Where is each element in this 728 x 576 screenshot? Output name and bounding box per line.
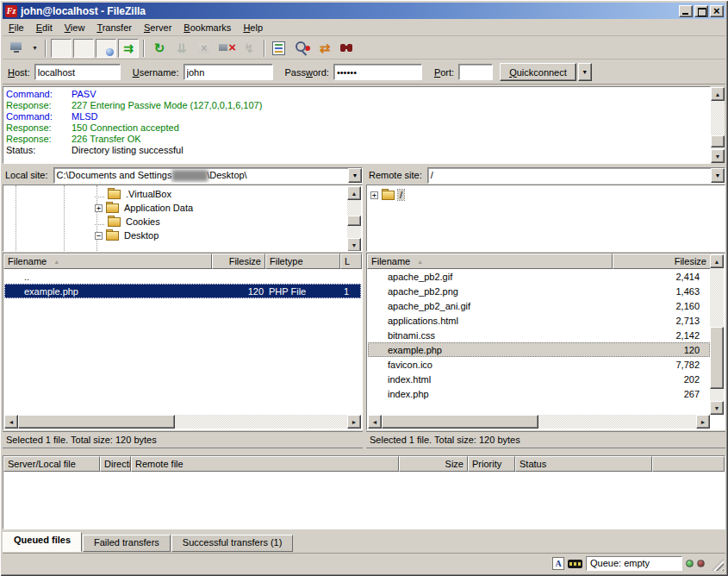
scrollbar-thumb[interactable] [711, 135, 725, 147]
log-scrollbar[interactable]: ▲ ▼ [711, 87, 725, 163]
scrollbar-thumb[interactable] [347, 216, 361, 226]
combo-dropdown-icon[interactable]: ▼ [711, 168, 725, 183]
file-icon [7, 271, 22, 283]
tree-expander-icon[interactable]: − [95, 232, 103, 240]
password-input[interactable] [333, 64, 422, 80]
sync-browsing-icon[interactable] [314, 39, 335, 58]
scroll-up-icon[interactable]: ▲ [710, 254, 724, 268]
title-bar[interactable]: Fz john@localhost - FileZilla [3, 3, 725, 19]
column-header-status[interactable]: Status [515, 456, 652, 472]
column-header-filesize[interactable]: Filesize [613, 254, 711, 269]
resize-grip[interactable] [712, 559, 724, 571]
tree-expander-icon[interactable] [95, 191, 104, 197]
toggle-message-log-icon[interactable] [51, 39, 72, 58]
file-row[interactable]: bitnami.css 2,142 [368, 328, 710, 342]
column-header-server-local-file[interactable]: Server/Local file [3, 456, 100, 472]
refresh-icon[interactable] [149, 39, 170, 58]
tree-item[interactable]: Cookies [3, 215, 362, 229]
file-row[interactable]: index.html 202 [368, 372, 710, 386]
tree-item[interactable]: − Desktop [3, 229, 362, 242]
find-icon[interactable] [337, 39, 358, 58]
menu-item[interactable]: View [59, 21, 91, 34]
scroll-right-icon[interactable]: ► [347, 415, 361, 429]
menu-item[interactable]: Server [138, 21, 177, 34]
local-directory-tree: .VirtualBox + Application Data Cookies − [3, 185, 363, 252]
site-manager-icon[interactable] [7, 39, 28, 58]
file-row[interactable]: apache_pb2_ani.gif 2,160 [368, 298, 710, 313]
file-row[interactable]: example.php 120 PHP File 1 [4, 284, 361, 298]
file-row[interactable]: apache_pb2.png 1,463 [368, 284, 710, 298]
local-list-body: .. example.php 120 PHP File 1 [4, 269, 361, 415]
process-queue-icon[interactable] [171, 39, 192, 58]
menu-item[interactable]: File [3, 21, 30, 34]
remote-site-combobox[interactable]: / ▼ [427, 167, 725, 184]
scroll-down-icon[interactable]: ▼ [347, 238, 361, 252]
scroll-down-icon[interactable]: ▼ [710, 401, 724, 415]
scrollbar-thumb[interactable] [710, 327, 724, 389]
column-header-size[interactable]: Size [399, 456, 468, 472]
toolbar-separator [143, 40, 145, 57]
toggle-transfer-queue-icon[interactable] [118, 39, 139, 58]
tree-item[interactable]: + Application Data [3, 201, 362, 215]
maximize-icon[interactable] [694, 5, 708, 17]
menu-item[interactable]: Transfer [90, 21, 138, 34]
column-header-lastmodified[interactable]: L [340, 254, 362, 269]
led-red-icon [697, 560, 705, 567]
column-header-filename[interactable]: Filename▲ [3, 254, 212, 269]
quickconnect-dropdown-icon[interactable]: ▼ [578, 63, 592, 81]
file-row[interactable]: favicon.ico 7,782 [368, 357, 710, 372]
username-input[interactable] [184, 64, 273, 80]
column-header-direction[interactable]: Directi... [100, 456, 131, 472]
file-row[interactable]: index.php 267 [368, 386, 710, 401]
scrollbar-thumb[interactable] [18, 415, 175, 429]
scroll-up-icon[interactable]: ▲ [711, 87, 725, 101]
column-header-filesize[interactable]: Filesize [212, 254, 265, 269]
scroll-left-icon[interactable]: ◄ [368, 415, 382, 429]
queue-tab[interactable]: Failed transfers [83, 535, 171, 552]
column-header-priority[interactable]: Priority [468, 456, 515, 472]
menu-item[interactable]: Bookmarks [177, 21, 237, 34]
tree-item[interactable]: + / [367, 188, 725, 202]
quickconnect-button[interactable]: Quickconnect [500, 63, 576, 81]
log-line: Response: 150 Connection accepted [6, 122, 710, 134]
column-header-filetype[interactable]: Filetype [265, 254, 340, 269]
remote-horizontal-scrollbar[interactable]: ◄ ► [368, 415, 710, 429]
file-row[interactable]: apache_pb2.gif 2,414 [368, 269, 710, 284]
toggle-remote-tree-icon[interactable] [96, 39, 116, 58]
column-header-filename[interactable]: Filename▲ [367, 254, 613, 269]
tree-expander-icon[interactable] [95, 218, 104, 225]
cancel-icon[interactable] [194, 39, 215, 58]
file-row[interactable]: applications.html 2,713 [368, 313, 710, 328]
scroll-right-icon[interactable]: ► [696, 415, 710, 429]
column-header-remote-file[interactable]: Remote file [131, 456, 399, 472]
menu-item[interactable]: Help [237, 21, 269, 34]
local-horizontal-scrollbar[interactable]: ◄ ► [4, 415, 361, 429]
host-input[interactable] [34, 64, 121, 80]
site-manager-dropdown-icon[interactable] [29, 39, 40, 58]
combo-dropdown-icon[interactable]: ▼ [348, 168, 362, 183]
queue-tab[interactable]: Queued files [3, 532, 82, 552]
queue-tab[interactable]: Successful transfers (1) [171, 535, 294, 552]
compare-icon[interactable] [292, 39, 313, 58]
file-row[interactable]: .. [4, 269, 361, 284]
port-input[interactable] [458, 64, 493, 80]
quickconnect-bar: Host: Username: Password: Port: Quickcon… [3, 60, 725, 85]
filter-icon[interactable] [270, 39, 290, 58]
tree-expander-icon[interactable]: + [370, 191, 378, 199]
scrollbar-thumb[interactable] [382, 415, 538, 429]
tree-item[interactable]: .VirtualBox [3, 187, 362, 201]
minimize-icon[interactable] [679, 5, 693, 17]
local-tree-scrollbar[interactable]: ▲ ▼ [347, 186, 361, 252]
scroll-up-icon[interactable]: ▲ [347, 186, 361, 200]
scroll-down-icon[interactable]: ▼ [711, 149, 725, 163]
file-row[interactable]: example.php 120 [368, 342, 710, 357]
local-site-combobox[interactable]: C:\Documents and Settings██████\Desktop\… [53, 167, 363, 184]
close-icon[interactable] [710, 5, 724, 17]
reconnect-icon[interactable] [239, 39, 259, 58]
toggle-local-tree-icon[interactable] [73, 39, 94, 58]
menu-item[interactable]: Edit [30, 21, 59, 34]
disconnect-icon[interactable] [216, 39, 237, 58]
scroll-left-icon[interactable]: ◄ [4, 415, 18, 429]
tree-expander-icon[interactable]: + [95, 204, 103, 212]
remote-vertical-scrollbar[interactable]: ▲ ▼ [710, 254, 724, 415]
